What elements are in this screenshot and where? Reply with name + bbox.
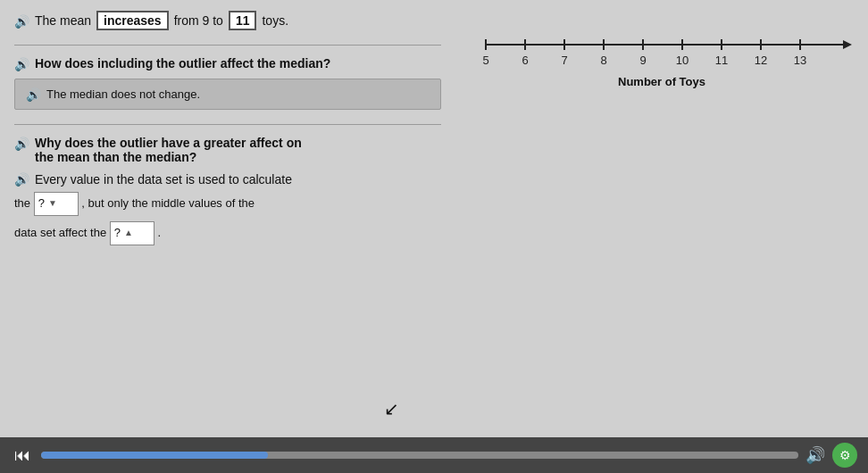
dropdown-mean-arrow: ▼	[48, 196, 57, 211]
progress-bar-fill	[41, 452, 268, 459]
number-line-label: Number of Toys	[477, 75, 847, 88]
dropdown-mean-value: ?	[38, 195, 45, 213]
question2-sentence-row: 🔊 Every value in the data set is used to…	[14, 171, 441, 187]
skip-back-button[interactable]: ⏮	[11, 446, 34, 465]
question2-block: 🔊 Why does the outlier have a greater af…	[14, 136, 441, 245]
question1-block: 🔊 How does including the outlier affect …	[14, 56, 441, 110]
svg-text:6: 6	[522, 54, 528, 67]
speaker-icon-1a[interactable]: 🔊	[26, 87, 41, 102]
main-container: 🔊 The mean increases from 9 to 11 toys. …	[0, 0, 868, 437]
answer-prefix: The mean	[35, 13, 91, 28]
progress-bar-track	[41, 452, 798, 459]
svg-text:12: 12	[755, 54, 767, 67]
data-set-label: data set affect the	[14, 226, 106, 239]
svg-text:13: 13	[794, 54, 806, 67]
dropdown-median[interactable]: ? ▲	[110, 221, 154, 245]
left-panel: 🔊 The mean increases from 9 to 11 toys. …	[0, 0, 455, 437]
divider-1	[14, 45, 441, 46]
question2-title: 🔊 Why does the outlier have a greater af…	[14, 136, 441, 164]
dropdown-median-arrow: ▲	[124, 226, 133, 240]
svg-text:5: 5	[482, 54, 488, 67]
speaker-icon-2a[interactable]: 🔊	[14, 172, 29, 187]
right-panel: 5 6 7 8 9 10 11 12 13 Number of Toys	[455, 0, 868, 437]
speaker-icon-2[interactable]: 🔊	[14, 137, 29, 151]
audio-button[interactable]: 🔊	[805, 445, 825, 465]
speaker-icon-1[interactable]: 🔊	[14, 57, 29, 71]
question2-dropdown-row1: the ? ▼ , but only the middle values of …	[14, 192, 441, 216]
speaker-icon-0[interactable]: 🔊	[14, 14, 29, 29]
number-line-container: 5 6 7 8 9 10 11 12 13 Number of Toys	[470, 18, 854, 97]
svg-marker-1	[843, 40, 852, 49]
dropdown-median-value: ?	[114, 224, 121, 243]
question1-answer-card: 🔊 The median does not change.	[14, 79, 441, 110]
question1-text: How does including the outlier affect th…	[35, 56, 330, 71]
answer-suffix: toys.	[262, 13, 288, 28]
svg-text:7: 7	[561, 54, 567, 67]
question0-answer-row: 🔊 The mean increases from 9 to 11 toys.	[14, 11, 441, 30]
question2-dropdown-row2: data set affect the ? ▲ .	[14, 221, 441, 245]
the-label-1: the	[14, 196, 30, 210]
question2-sentence1: Every value in the data set is used to c…	[35, 172, 292, 187]
svg-text:11: 11	[715, 54, 728, 67]
dropdown-mean[interactable]: ? ▼	[34, 192, 79, 216]
answer-word-increases: increases	[96, 11, 169, 30]
answer-from: from 9 to	[174, 13, 223, 28]
bottom-bar: ⏮ 🔊 ⚙	[0, 437, 868, 473]
question0-block: 🔊 The mean increases from 9 to 11 toys.	[14, 11, 441, 30]
question2-title-text: Why does the outlier have a greater affe…	[35, 136, 302, 164]
number-line-svg: 5 6 7 8 9 10 11 12 13	[477, 27, 852, 71]
svg-text:10: 10	[676, 54, 689, 67]
svg-text:9: 9	[639, 54, 646, 67]
divider-2	[14, 124, 441, 125]
settings-button[interactable]: ⚙	[832, 443, 857, 468]
period: .	[157, 226, 161, 239]
but-only-text: , but only the middle values of the	[81, 196, 255, 210]
svg-text:8: 8	[600, 54, 606, 67]
answer-value-11: 11	[229, 11, 257, 30]
question1-title: 🔊 How does including the outlier affect …	[14, 56, 441, 71]
question1-answer: The median does not change.	[46, 87, 200, 101]
